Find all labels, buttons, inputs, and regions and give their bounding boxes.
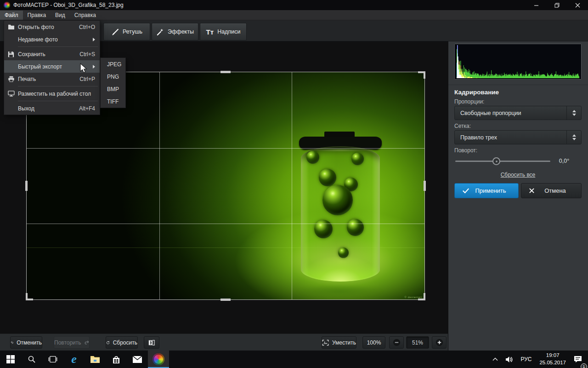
grid-label: Сетка: xyxy=(454,123,471,129)
chevron-up-icon xyxy=(572,134,576,137)
menu-separator xyxy=(18,46,98,47)
photomaster-taskbar-button[interactable] xyxy=(148,351,169,368)
submenu-item-tiff[interactable]: TIFF xyxy=(101,95,125,108)
action-center-button[interactable]: 1 xyxy=(571,351,585,368)
menu-item-exit[interactable]: Выход Alt+F4 xyxy=(4,102,100,115)
menu-item-shortcut: Ctrl+O xyxy=(79,24,95,30)
proportions-dropdown[interactable]: Свободные пропорции xyxy=(454,106,582,120)
close-icon xyxy=(575,3,580,8)
desktop-icon xyxy=(8,91,15,97)
volume-button[interactable] xyxy=(502,351,516,368)
cancel-button[interactable]: Отмена xyxy=(521,183,582,198)
notification-badge: 1 xyxy=(581,363,587,368)
grid-spinner[interactable] xyxy=(566,131,581,144)
search-button[interactable] xyxy=(21,351,42,368)
language-indicator[interactable]: РУС xyxy=(517,351,535,368)
apply-button[interactable]: Применить xyxy=(454,183,519,198)
undo-button[interactable]: Отменить xyxy=(10,336,42,349)
mail-button[interactable] xyxy=(127,351,148,368)
start-button[interactable] xyxy=(0,351,21,368)
chevron-up-icon xyxy=(572,110,576,112)
store-button[interactable] xyxy=(106,351,127,368)
menu-view[interactable]: Вид xyxy=(51,11,70,20)
undo-icon xyxy=(11,339,13,345)
zoom-out-button[interactable] xyxy=(389,336,404,349)
photomaster-window: ФотоМАСТЕР - Oboi_3D_Grafika_58_23.jpg Ф… xyxy=(0,0,588,368)
menu-help[interactable]: Справка xyxy=(70,11,101,20)
minimize-icon xyxy=(534,3,539,8)
submenu-item-jpeg[interactable]: JPEG xyxy=(101,58,125,70)
windows-taskbar: e РУС 19:07 25.05.2017 xyxy=(0,351,588,368)
proportions-spinner[interactable] xyxy=(566,106,581,120)
plus-icon xyxy=(435,339,443,346)
edge-button[interactable]: e xyxy=(63,351,85,368)
crop-handle-top-right[interactable] xyxy=(418,71,425,79)
edge-icon: e xyxy=(71,353,77,365)
crop-gridline-h2 xyxy=(27,224,424,224)
submenu-item-png[interactable]: PNG xyxy=(101,70,125,83)
menu-item-shortcut: Ctrl+P xyxy=(79,76,95,82)
redo-icon xyxy=(85,339,89,345)
file-explorer-button[interactable] xyxy=(85,351,106,368)
fit-icon xyxy=(322,339,329,346)
menu-item-save[interactable]: Сохранить Ctrl+S xyxy=(4,48,100,60)
fit-label: Уместить xyxy=(332,339,356,346)
tray-expand-button[interactable] xyxy=(489,351,501,368)
bottom-toolbar: Отменить Повторить Сбросить Уместить 100… xyxy=(0,334,448,351)
reset-button[interactable]: Сбросить xyxy=(106,336,138,349)
menu-bar: Файл Правка Вид Справка xyxy=(0,10,588,20)
rotate-slider-thumb[interactable] xyxy=(492,157,500,165)
app-logo-icon xyxy=(4,2,10,8)
compare-button[interactable] xyxy=(144,336,159,349)
menu-edit[interactable]: Правка xyxy=(23,11,51,20)
fit-button[interactable]: Уместить xyxy=(322,336,356,349)
tab-retouch[interactable]: Ретушь xyxy=(103,23,150,40)
zoom-in-button[interactable] xyxy=(432,336,447,349)
menu-item-open[interactable]: Открыть фото Ctrl+O xyxy=(4,21,100,33)
brush-icon xyxy=(111,28,119,36)
menu-item-print[interactable]: Печать Ctrl+P xyxy=(4,73,100,85)
crop-handle-left[interactable] xyxy=(25,181,28,191)
submenu-item-bmp[interactable]: BMP xyxy=(101,83,125,95)
rotate-slider-track[interactable] xyxy=(455,161,550,162)
sidebar-divider xyxy=(448,85,588,85)
store-bag-icon xyxy=(112,355,120,364)
tab-retouch-label: Ретушь xyxy=(123,29,142,35)
menu-item-label: Выход xyxy=(18,105,79,112)
menu-file[interactable]: Файл xyxy=(0,11,23,20)
menu-item-recent[interactable]: Недавние фото xyxy=(4,33,100,46)
clock[interactable]: 19:07 25.05.2017 xyxy=(536,352,570,366)
restore-button[interactable] xyxy=(547,0,567,10)
menu-item-set-wallpaper[interactable]: Разместить на рабочий стол xyxy=(4,87,100,100)
crop-handle-top[interactable] xyxy=(220,71,231,73)
reset-icon xyxy=(106,339,110,346)
close-button[interactable] xyxy=(567,0,588,10)
crop-handle-right[interactable] xyxy=(424,181,426,191)
rotate-label: Поворот: xyxy=(454,147,477,154)
zoom-100-button[interactable]: 100% xyxy=(362,336,385,349)
rotate-value: 0,0° xyxy=(550,158,578,164)
task-view-icon xyxy=(48,356,57,363)
task-view-button[interactable] xyxy=(42,351,63,368)
minimize-button[interactable] xyxy=(526,0,547,10)
menu-item-label: Разместить на рабочий стол xyxy=(18,91,95,97)
crop-handle-bottom[interactable] xyxy=(220,299,231,301)
undo-label: Отменить xyxy=(17,339,42,346)
menu-item-shortcut: Ctrl+S xyxy=(79,51,95,58)
restore-icon xyxy=(554,3,560,8)
clock-date: 25.05.2017 xyxy=(539,359,566,367)
grid-dropdown[interactable]: Правило трех xyxy=(454,130,582,144)
crop-gridline-v2 xyxy=(292,72,292,299)
crop-handle-bottom-left[interactable] xyxy=(26,293,33,300)
menu-item-label: Печать xyxy=(18,76,79,82)
tab-captions[interactable]: Tт Надписи xyxy=(200,23,247,40)
histogram-canvas xyxy=(454,44,582,80)
tab-effects[interactable]: Эффекты xyxy=(152,23,198,40)
redo-button[interactable]: Повторить xyxy=(54,336,90,349)
checkmark-icon xyxy=(462,188,469,194)
before-after-icon xyxy=(148,339,155,346)
chevron-up-icon xyxy=(492,357,498,361)
apply-label: Применить xyxy=(469,187,512,194)
crop-handle-bottom-right[interactable] xyxy=(418,293,425,300)
reset-all-link[interactable]: Сбросить все xyxy=(454,172,582,178)
